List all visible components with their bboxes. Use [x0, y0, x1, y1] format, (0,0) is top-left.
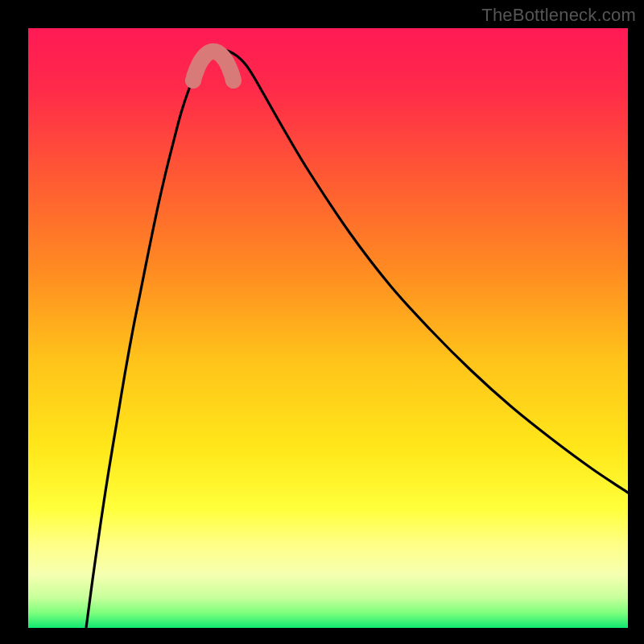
bottleneck-curve — [86, 50, 628, 628]
curve-layer — [28, 28, 628, 628]
plot-area — [28, 28, 628, 628]
highlight-end-dot-left — [185, 72, 201, 89]
chart-frame: TheBottleneck.com — [0, 0, 644, 644]
watermark-text: TheBottleneck.com — [481, 5, 636, 26]
highlight-end-dot-right — [225, 72, 242, 89]
